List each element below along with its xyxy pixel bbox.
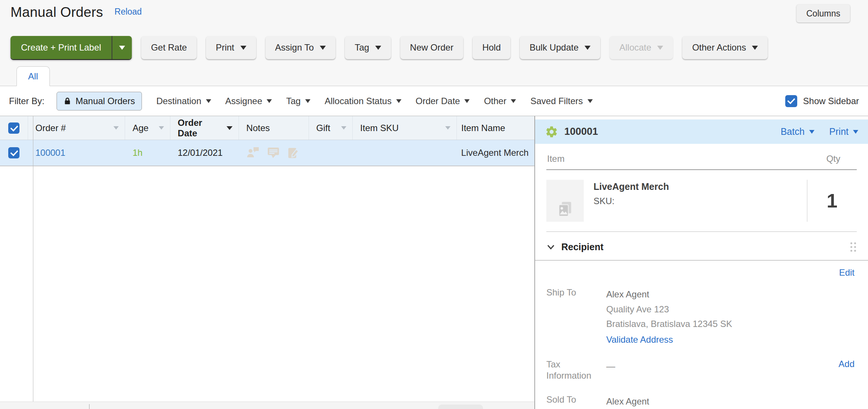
internal-note-icon[interactable] — [267, 146, 280, 160]
row-checkbox[interactable] — [8, 147, 19, 158]
reload-link[interactable]: Reload — [115, 7, 142, 16]
order-number-link[interactable]: 100001 — [35, 148, 65, 158]
columns-button[interactable]: Columns — [796, 4, 850, 22]
create-print-label-button[interactable]: Create + Print Label — [10, 36, 132, 59]
ship-to-name: Alex Agent — [606, 287, 732, 302]
order-detail-sidebar: 100001 Batch Print Item Qty — [535, 116, 868, 409]
recipient-divider — [535, 260, 868, 261]
caret-down-icon — [588, 99, 593, 103]
caret-down-icon — [320, 46, 326, 50]
column-filter-icon[interactable] — [159, 126, 164, 130]
caret-down-icon — [853, 130, 858, 134]
order-row-100001[interactable]: 100001 1h 12/01/2021 LiveAgent Merch — [0, 140, 534, 166]
chevron-down-icon[interactable] — [547, 245, 555, 250]
tax-information-value: — — [606, 359, 615, 374]
edit-recipient-link[interactable]: Edit — [839, 267, 855, 278]
column-header-item-sku[interactable]: Item SKU — [353, 116, 457, 140]
main-content: Order # Age Order Date Notes Gift Item S… — [0, 116, 868, 409]
page-title: Manual Orders — [10, 4, 103, 20]
filter-allocation-status[interactable]: Allocation Status — [325, 96, 401, 106]
select-all-checkbox[interactable] — [8, 122, 19, 134]
footer-button[interactable] — [438, 405, 483, 409]
tax-information-row: Tax Information — Add — [546, 359, 857, 381]
other-actions-button[interactable]: Other Actions — [682, 36, 768, 59]
locked-filter-chip[interactable]: Manual Orders — [57, 92, 142, 110]
sidebar-order-number: 100001 — [564, 126, 598, 137]
sold-to-label: Sold To — [546, 394, 606, 405]
tab-bar: All — [0, 62, 868, 86]
add-tax-link[interactable]: Add — [838, 359, 857, 369]
items-table-header: Item Qty — [546, 154, 857, 170]
print-dropdown[interactable]: Print — [829, 126, 858, 137]
bulk-update-button[interactable]: Bulk Update — [520, 36, 600, 59]
gear-icon[interactable] — [545, 125, 558, 139]
customer-note-icon[interactable] — [246, 146, 260, 160]
filter-by-label: Filter By: — [9, 96, 45, 106]
caret-down-icon — [305, 99, 310, 103]
allocate-button[interactable]: Allocate — [610, 36, 673, 59]
order-date: 12/01/2021 — [178, 148, 223, 158]
column-header-age[interactable]: Age — [125, 116, 170, 140]
caret-down-icon — [511, 99, 516, 103]
create-print-label-main[interactable]: Create + Print Label — [10, 36, 112, 59]
column-filter-icon[interactable] — [341, 126, 346, 130]
show-sidebar-checkbox[interactable] — [785, 95, 797, 107]
filter-other[interactable]: Other — [484, 96, 516, 106]
filter-bar: Filter By: Manual Orders Destination Ass… — [0, 86, 868, 116]
get-rate-button[interactable]: Get Rate — [141, 36, 197, 59]
caret-down-icon — [375, 46, 381, 50]
footer-divider — [89, 404, 89, 409]
caret-down-icon — [240, 46, 246, 50]
column-header-item-name[interactable]: Item Name — [457, 116, 534, 140]
column-filter-icon[interactable] — [113, 126, 119, 130]
show-sidebar-toggle: Show Sidebar — [785, 95, 859, 107]
drag-handle-icon[interactable] — [850, 242, 856, 252]
checkbox-column-divider — [33, 116, 33, 402]
new-order-button[interactable]: New Order — [400, 36, 463, 59]
tab-all[interactable]: All — [16, 66, 50, 86]
ship-to-label: Ship To — [546, 287, 606, 298]
filter-saved-filters[interactable]: Saved Filters — [530, 96, 592, 106]
product-row: LiveAgent Merch SKU: 1 — [546, 170, 857, 232]
gift-cell — [309, 140, 352, 166]
sidebar-header: 100001 Batch Print — [535, 119, 868, 144]
column-header-order-date[interactable]: Order Date — [170, 116, 239, 140]
hold-button[interactable]: Hold — [473, 36, 510, 59]
sort-desc-icon — [227, 126, 233, 130]
edit-note-icon[interactable] — [287, 146, 300, 160]
item-name-cell: LiveAgent Merch — [457, 140, 534, 166]
recipient-title: Recipient — [561, 242, 604, 252]
page-header: Manual Orders Reload Columns — [0, 0, 868, 33]
print-button[interactable]: Print — [206, 36, 256, 59]
validate-address-link[interactable]: Validate Address — [606, 332, 732, 347]
product-qty: 1 — [827, 190, 838, 212]
assign-to-button[interactable]: Assign To — [265, 36, 336, 59]
create-print-label-dropdown[interactable] — [112, 36, 132, 59]
product-image-placeholder — [546, 180, 584, 222]
tag-button[interactable]: Tag — [345, 36, 391, 59]
caret-down-icon — [657, 46, 663, 50]
column-header-order-number[interactable]: Order # — [28, 116, 125, 140]
select-all-cell — [0, 116, 28, 140]
filter-order-date[interactable]: Order Date — [416, 96, 470, 106]
orders-table: Order # Age Order Date Notes Gift Item S… — [0, 116, 535, 409]
batch-dropdown[interactable]: Batch — [781, 126, 814, 137]
filter-destination[interactable]: Destination — [156, 96, 211, 106]
column-header-gift[interactable]: Gift — [309, 116, 353, 140]
filter-assignee[interactable]: Assignee — [225, 96, 272, 106]
column-header-notes[interactable]: Notes — [239, 116, 309, 140]
product-name: LiveAgent Merch — [594, 181, 669, 192]
filter-tag[interactable]: Tag — [286, 96, 310, 106]
show-sidebar-label: Show Sidebar — [803, 96, 859, 106]
caret-down-icon — [396, 99, 401, 103]
caret-down-icon — [464, 99, 470, 103]
ship-to-row: Ship To Alex Agent Quality Ave 123 Brati… — [546, 287, 857, 347]
image-icon — [556, 201, 574, 218]
sold-to-row: Sold To Alex Agent — [546, 394, 857, 409]
table-footer — [0, 402, 534, 409]
item-sku-cell — [353, 140, 457, 166]
item-column-label: Item — [547, 154, 565, 164]
column-filter-icon[interactable] — [445, 126, 450, 130]
caret-down-icon — [206, 99, 211, 103]
tax-information-label: Tax Information — [546, 359, 606, 381]
